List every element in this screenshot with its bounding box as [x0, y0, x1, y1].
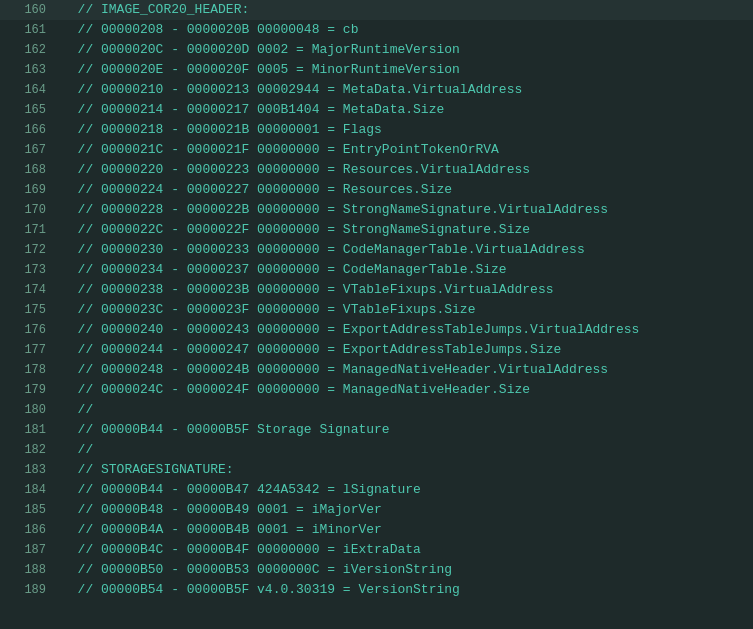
- line-content: //: [62, 400, 93, 420]
- line-number: 175: [8, 300, 46, 320]
- line-content: // 00000210 - 00000213 00002944 = MetaDa…: [62, 80, 522, 100]
- line-number: 180: [8, 400, 46, 420]
- line-number: 172: [8, 240, 46, 260]
- line-content: // 0000021C - 0000021F 00000000 = EntryP…: [62, 140, 499, 160]
- line-number: 185: [8, 500, 46, 520]
- code-line: 176 // 00000240 - 00000243 00000000 = Ex…: [0, 320, 753, 340]
- line-number: 174: [8, 280, 46, 300]
- line-number: 166: [8, 120, 46, 140]
- code-line: 168 // 00000220 - 00000223 00000000 = Re…: [0, 160, 753, 180]
- line-content: // 00000234 - 00000237 00000000 = CodeMa…: [62, 260, 507, 280]
- line-content: // 00000B4A - 00000B4B 0001 = iMinorVer: [62, 520, 382, 540]
- line-number: 181: [8, 420, 46, 440]
- line-content: // 00000B44 - 00000B5F Storage Signature: [62, 420, 390, 440]
- code-line: 184 // 00000B44 - 00000B47 424A5342 = lS…: [0, 480, 753, 500]
- line-content: // 00000220 - 00000223 00000000 = Resour…: [62, 160, 530, 180]
- line-content: // 00000228 - 0000022B 00000000 = Strong…: [62, 200, 608, 220]
- code-line: 175 // 0000023C - 0000023F 00000000 = VT…: [0, 300, 753, 320]
- code-line: 161 // 00000208 - 0000020B 00000048 = cb: [0, 20, 753, 40]
- code-line: 185 // 00000B48 - 00000B49 0001 = iMajor…: [0, 500, 753, 520]
- code-line: 187 // 00000B4C - 00000B4F 00000000 = iE…: [0, 540, 753, 560]
- code-line: 186 // 00000B4A - 00000B4B 0001 = iMinor…: [0, 520, 753, 540]
- line-content: // 00000214 - 00000217 000B1404 = MetaDa…: [62, 100, 444, 120]
- line-content: //: [62, 440, 93, 460]
- line-number: 164: [8, 80, 46, 100]
- code-line: 173 // 00000234 - 00000237 00000000 = Co…: [0, 260, 753, 280]
- code-line: 180 //: [0, 400, 753, 420]
- line-content: // IMAGE_COR20_HEADER:: [62, 0, 249, 20]
- code-line: 171 // 0000022C - 0000022F 00000000 = St…: [0, 220, 753, 240]
- line-number: 188: [8, 560, 46, 580]
- code-line: 165 // 00000214 - 00000217 000B1404 = Me…: [0, 100, 753, 120]
- line-number: 171: [8, 220, 46, 240]
- line-number: 173: [8, 260, 46, 280]
- line-content: // 0000020E - 0000020F 0005 = MinorRunti…: [62, 60, 460, 80]
- line-number: 160: [8, 0, 46, 20]
- code-line: 160 // IMAGE_COR20_HEADER:: [0, 0, 753, 20]
- code-line: 177 // 00000244 - 00000247 00000000 = Ex…: [0, 340, 753, 360]
- line-number: 189: [8, 580, 46, 600]
- line-number: 169: [8, 180, 46, 200]
- line-content: // 0000022C - 0000022F 00000000 = Strong…: [62, 220, 530, 240]
- line-number: 187: [8, 540, 46, 560]
- code-line: 164 // 00000210 - 00000213 00002944 = Me…: [0, 80, 753, 100]
- line-content: // 00000B48 - 00000B49 0001 = iMajorVer: [62, 500, 382, 520]
- line-content: // 00000B54 - 00000B5F v4.0.30319 = Vers…: [62, 580, 460, 600]
- code-line: 172 // 00000230 - 00000233 00000000 = Co…: [0, 240, 753, 260]
- line-content: // 00000218 - 0000021B 00000001 = Flags: [62, 120, 382, 140]
- line-number: 186: [8, 520, 46, 540]
- code-line: 166 // 00000218 - 0000021B 00000001 = Fl…: [0, 120, 753, 140]
- line-content: // 0000020C - 0000020D 0002 = MajorRunti…: [62, 40, 460, 60]
- line-number: 163: [8, 60, 46, 80]
- line-number: 179: [8, 380, 46, 400]
- line-content: // 00000238 - 0000023B 00000000 = VTable…: [62, 280, 553, 300]
- line-content: // 00000248 - 0000024B 00000000 = Manage…: [62, 360, 608, 380]
- line-number: 167: [8, 140, 46, 160]
- line-content: // 00000208 - 0000020B 00000048 = cb: [62, 20, 358, 40]
- line-content: // 00000224 - 00000227 00000000 = Resour…: [62, 180, 452, 200]
- code-line: 179 // 0000024C - 0000024F 00000000 = Ma…: [0, 380, 753, 400]
- code-line: 174 // 00000238 - 0000023B 00000000 = VT…: [0, 280, 753, 300]
- line-content: // 00000244 - 00000247 00000000 = Export…: [62, 340, 561, 360]
- code-line: 169 // 00000224 - 00000227 00000000 = Re…: [0, 180, 753, 200]
- code-line: 189 // 00000B54 - 00000B5F v4.0.30319 = …: [0, 580, 753, 600]
- code-line: 162 // 0000020C - 0000020D 0002 = MajorR…: [0, 40, 753, 60]
- line-content: // STORAGESIGNATURE:: [62, 460, 234, 480]
- code-line: 183 // STORAGESIGNATURE:: [0, 460, 753, 480]
- code-line: 182 //: [0, 440, 753, 460]
- line-content: // 0000024C - 0000024F 00000000 = Manage…: [62, 380, 530, 400]
- line-content: // 00000B44 - 00000B47 424A5342 = lSigna…: [62, 480, 421, 500]
- line-number: 182: [8, 440, 46, 460]
- code-viewer: 160 // IMAGE_COR20_HEADER:161 // 0000020…: [0, 0, 753, 600]
- line-number: 165: [8, 100, 46, 120]
- line-number: 176: [8, 320, 46, 340]
- code-line: 188 // 00000B50 - 00000B53 0000000C = iV…: [0, 560, 753, 580]
- code-line: 167 // 0000021C - 0000021F 00000000 = En…: [0, 140, 753, 160]
- line-number: 178: [8, 360, 46, 380]
- code-line: 170 // 00000228 - 0000022B 00000000 = St…: [0, 200, 753, 220]
- code-line: 163 // 0000020E - 0000020F 0005 = MinorR…: [0, 60, 753, 80]
- line-number: 177: [8, 340, 46, 360]
- line-content: // 00000240 - 00000243 00000000 = Export…: [62, 320, 639, 340]
- code-line: 178 // 00000248 - 0000024B 00000000 = Ma…: [0, 360, 753, 380]
- line-number: 161: [8, 20, 46, 40]
- line-content: // 00000230 - 00000233 00000000 = CodeMa…: [62, 240, 585, 260]
- line-content: // 00000B4C - 00000B4F 00000000 = iExtra…: [62, 540, 421, 560]
- line-number: 170: [8, 200, 46, 220]
- line-number: 162: [8, 40, 46, 60]
- line-content: // 0000023C - 0000023F 00000000 = VTable…: [62, 300, 475, 320]
- code-line: 181 // 00000B44 - 00000B5F Storage Signa…: [0, 420, 753, 440]
- line-content: // 00000B50 - 00000B53 0000000C = iVersi…: [62, 560, 452, 580]
- line-number: 183: [8, 460, 46, 480]
- line-number: 168: [8, 160, 46, 180]
- line-number: 184: [8, 480, 46, 500]
